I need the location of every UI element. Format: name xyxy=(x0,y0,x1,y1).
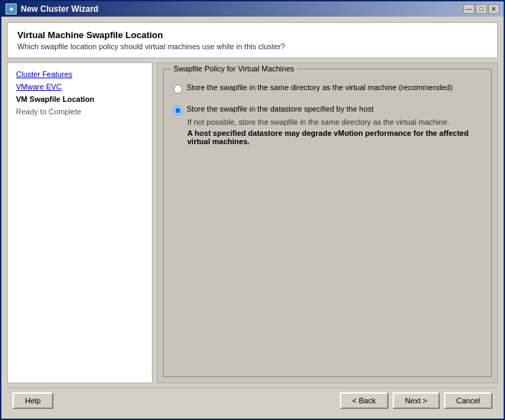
back-button[interactable]: < Back xyxy=(340,392,388,409)
sidebar-item-vmware-evc[interactable]: VMware EVC xyxy=(13,81,146,92)
panel-body: Store the swapfile in the same directory… xyxy=(164,69,491,155)
sidebar-item-vm-swapfile-location[interactable]: VM Swapfile Location xyxy=(13,94,146,105)
radio-input-2[interactable] xyxy=(173,106,182,115)
radio-input-1[interactable] xyxy=(173,85,182,94)
radio-warning-2: A host specified datastore may degrade v… xyxy=(187,129,481,146)
wizard-icon: ✦ xyxy=(6,3,17,15)
footer: Help < Back Next > Cancel xyxy=(7,387,498,413)
policy-group: Swapfile Policy for Virtual Machines Sto… xyxy=(163,69,492,377)
window-content: Virtual Machine Swapfile Location Which … xyxy=(1,17,504,419)
window-title: New Cluster Wizard xyxy=(21,4,99,14)
help-button[interactable]: Help xyxy=(12,392,53,409)
maximize-button[interactable]: □ xyxy=(476,4,487,14)
title-bar-left: ✦ New Cluster Wizard xyxy=(6,3,99,15)
page-title: Virtual Machine Swapfile Location xyxy=(17,30,488,40)
close-button[interactable]: ✕ xyxy=(488,4,499,14)
footer-right: < Back Next > Cancel xyxy=(340,392,493,409)
radio-label-2[interactable]: Store the swapfile in the datastore spec… xyxy=(187,105,374,113)
radio-label-1[interactable]: Store the swapfile in the same directory… xyxy=(187,83,452,91)
radio-row-2: Store the swapfile in the datastore spec… xyxy=(173,105,481,115)
main-area: Cluster Features VMware EVC VM Swapfile … xyxy=(7,62,498,383)
panel-legend: Swapfile Policy for Virtual Machines xyxy=(171,64,297,73)
radio-description-2: If not possible, store the swapfile in t… xyxy=(187,118,481,126)
radio-row-1: Store the swapfile in the same directory… xyxy=(173,83,481,94)
wizard-window: ✦ New Cluster Wizard — □ ✕ Virtual Machi… xyxy=(0,0,505,420)
title-bar-buttons: — □ ✕ xyxy=(463,4,499,14)
header-section: Virtual Machine Swapfile Location Which … xyxy=(7,22,498,58)
page-subtitle: Which swapfile location policy should vi… xyxy=(17,42,488,51)
sidebar-item-ready-to-complete: Ready to Complete xyxy=(13,106,146,117)
sidebar-item-cluster-features[interactable]: Cluster Features xyxy=(13,69,146,80)
radio-option-1: Store the swapfile in the same directory… xyxy=(173,83,481,94)
cancel-button[interactable]: Cancel xyxy=(444,392,493,409)
next-button[interactable]: Next > xyxy=(393,392,440,409)
minimize-button[interactable]: — xyxy=(463,4,474,14)
title-bar: ✦ New Cluster Wizard — □ ✕ xyxy=(1,1,504,17)
sidebar: Cluster Features VMware EVC VM Swapfile … xyxy=(7,62,153,383)
content-panel: Swapfile Policy for Virtual Machines Sto… xyxy=(157,62,498,383)
radio-option-2: Store the swapfile in the datastore spec… xyxy=(173,105,481,146)
